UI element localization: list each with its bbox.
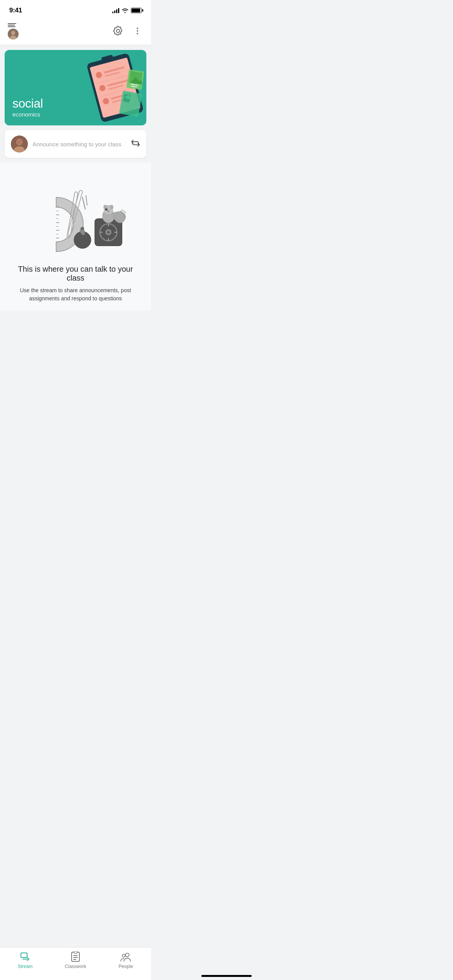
empty-subtitle: Use the stream to share announcements, p… bbox=[17, 286, 134, 303]
svg-line-43 bbox=[86, 195, 87, 205]
wifi-icon bbox=[122, 8, 129, 13]
svg-line-42 bbox=[82, 197, 85, 209]
status-time: 9:41 bbox=[9, 7, 22, 14]
svg-point-60 bbox=[106, 209, 107, 209]
empty-title: This is where you can talk to your class bbox=[12, 265, 139, 283]
battery-icon bbox=[131, 8, 142, 13]
empty-state: This is where you can talk to your class… bbox=[0, 163, 151, 310]
svg-point-1 bbox=[11, 31, 15, 35]
svg-rect-20 bbox=[119, 91, 142, 117]
svg-point-58 bbox=[110, 205, 113, 209]
toolbar-actions bbox=[112, 24, 143, 39]
signal-icon bbox=[112, 8, 119, 13]
class-info: social economics bbox=[12, 97, 43, 118]
main-content: social economics bbox=[0, 50, 151, 345]
toolbar bbox=[0, 19, 151, 45]
hamburger-icon bbox=[8, 25, 15, 26]
more-options-button[interactable] bbox=[132, 25, 143, 38]
svg-point-5 bbox=[137, 33, 138, 34]
status-icons bbox=[112, 8, 142, 13]
announce-placeholder: Announce something to your class bbox=[33, 141, 126, 147]
user-avatar-small bbox=[8, 29, 19, 39]
svg-point-29 bbox=[17, 139, 22, 145]
announce-box[interactable]: Announce something to your class bbox=[5, 130, 146, 158]
repost-icon bbox=[131, 139, 140, 149]
empty-illustration bbox=[25, 174, 126, 255]
user-avatar bbox=[11, 135, 28, 152]
banner-illustration bbox=[57, 52, 146, 125]
class-title: social bbox=[12, 97, 43, 110]
svg-point-4 bbox=[137, 30, 138, 32]
hamburger-icon bbox=[8, 23, 16, 24]
settings-button[interactable] bbox=[112, 24, 125, 39]
svg-point-61 bbox=[108, 211, 109, 212]
svg-point-59 bbox=[105, 208, 108, 211]
menu-button[interactable] bbox=[8, 23, 19, 39]
svg-point-46 bbox=[81, 227, 84, 230]
svg-point-50 bbox=[107, 231, 110, 233]
hamburger-icon bbox=[8, 26, 15, 27]
class-subtitle: economics bbox=[12, 111, 43, 118]
class-banner: social economics bbox=[5, 50, 146, 125]
svg-point-3 bbox=[137, 27, 138, 29]
status-bar: 9:41 bbox=[0, 0, 151, 19]
